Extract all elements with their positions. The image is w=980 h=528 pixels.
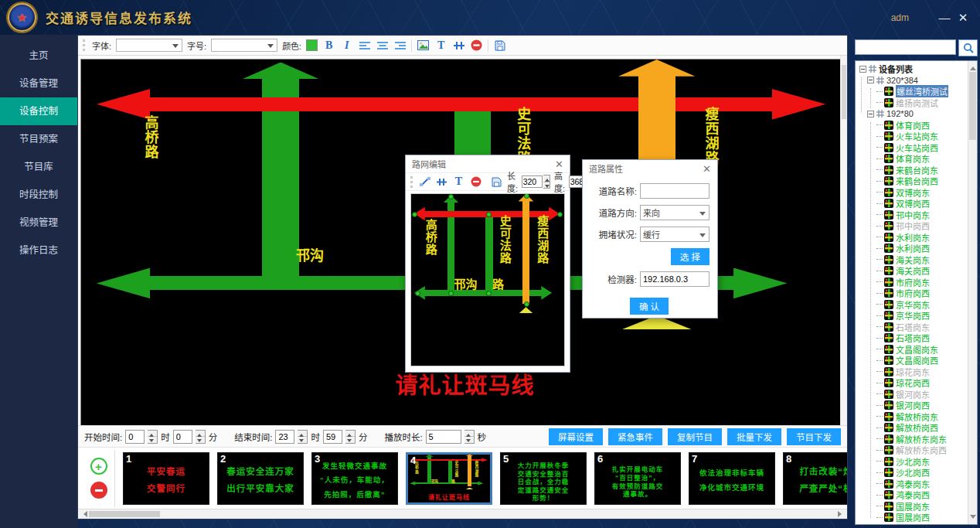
scrollbar-thumb[interactable] xyxy=(969,72,976,140)
tree-node-device[interactable]: 市府岗东 xyxy=(858,277,968,288)
tree-node-device[interactable]: 体育岗东 xyxy=(858,153,968,165)
save-icon[interactable] xyxy=(490,175,503,189)
tree-node-device[interactable]: 国展岗东 xyxy=(858,501,968,513)
search-button[interactable] xyxy=(958,39,978,56)
tree-node-device[interactable]: 维扬岗测试 xyxy=(858,97,968,109)
tree-node-device[interactable]: 螺丝湾桥测试 xyxy=(858,86,968,97)
duration-input[interactable] xyxy=(426,430,461,444)
text-icon[interactable]: T xyxy=(434,39,447,53)
tree-node-device[interactable]: 海关岗西 xyxy=(858,265,968,277)
tree-node-device[interactable]: 邗中岗东 xyxy=(858,209,968,221)
confirm-button[interactable]: 确 认 xyxy=(630,298,669,315)
action-button[interactable]: 批量下发 xyxy=(727,428,781,445)
action-button[interactable]: 节目下发 xyxy=(787,428,841,445)
congestion-select[interactable]: 缓行 xyxy=(640,227,709,242)
minimize-button[interactable]: — xyxy=(935,0,954,35)
tree-node-device[interactable]: 解放桥东岗西 xyxy=(858,445,968,456)
sidebar-item-8[interactable]: 操作日志 xyxy=(0,237,77,264)
tree-node-device[interactable]: 银河岗西 xyxy=(858,400,968,411)
tree-node-device[interactable]: 银河岗东 xyxy=(858,389,968,400)
roadnet-canvas[interactable]: 高桥路史可法路瘦西湖路邗沟路 xyxy=(410,193,565,366)
scroll-left-icon[interactable] xyxy=(80,511,87,517)
tree-node-device[interactable]: 火车站岗东 xyxy=(858,131,968,142)
start-hour-input[interactable] xyxy=(125,430,145,444)
tree-group[interactable]: 192*80 xyxy=(858,108,968,120)
playlist-item-6[interactable]: 扎实开展电动车“百日整治”，有效预防道路交通事故。6 xyxy=(594,452,681,505)
tree-node-device[interactable]: 文昌阁岗东 xyxy=(858,344,968,356)
roadnet-close-icon[interactable]: ✕ xyxy=(555,158,563,170)
action-button[interactable]: 屏幕设置 xyxy=(549,428,603,445)
tree-node-device[interactable]: 鸿泰岗东 xyxy=(858,479,968,490)
length-stepper[interactable] xyxy=(543,175,550,189)
tree-node-device[interactable]: 石塔岗西 xyxy=(858,332,968,344)
select-detector-button[interactable]: 选 择 xyxy=(671,248,709,265)
align-left-icon[interactable] xyxy=(358,39,371,53)
tree-node-device[interactable]: 海关岗东 xyxy=(858,254,968,266)
color-swatch[interactable] xyxy=(306,39,318,51)
scrollbar-thumb[interactable] xyxy=(89,511,160,517)
playlist-item-3[interactable]: 发生轻微交通事故“人未伤，车能动，先拍照，后撤离”3 xyxy=(311,452,398,505)
roadprops-close-icon[interactable]: ✕ xyxy=(703,163,711,175)
tree-node-device[interactable]: 解放桥东岗东 xyxy=(858,434,968,445)
collapse-icon[interactable] xyxy=(867,77,874,83)
search-input[interactable] xyxy=(855,39,956,55)
start-hour-stepper[interactable] xyxy=(148,430,158,444)
tree-node-device[interactable]: 沙北岗西 xyxy=(858,467,968,479)
playlist-item-7[interactable]: 依法治理非标车辆净化城市交通环境7 xyxy=(689,452,775,505)
image-icon[interactable] xyxy=(417,39,430,53)
sidebar-item-1[interactable]: 主页 xyxy=(0,42,77,70)
action-button[interactable]: 复制节目 xyxy=(668,428,722,445)
playlist-item-8[interactable]: 打击改装“炸严查严处“机8 xyxy=(783,452,847,505)
duration-stepper[interactable] xyxy=(464,430,475,444)
start-minute-input[interactable] xyxy=(173,430,192,444)
tree-node-device[interactable]: 京华岗西 xyxy=(858,310,968,322)
close-button[interactable]: ✕ xyxy=(954,0,972,35)
canvas-vertical-scrollbar[interactable] xyxy=(840,56,847,425)
tree-node-device[interactable]: 水利岗西 xyxy=(858,243,968,254)
tree-node-device[interactable]: 体育岗西 xyxy=(858,120,968,131)
tree-node-device[interactable]: 解放桥岗东 xyxy=(858,411,968,423)
tree-node-device[interactable]: 琼花岗西 xyxy=(858,377,968,389)
align-right-icon[interactable] xyxy=(393,39,407,53)
sidebar-item-4[interactable]: 节目预案 xyxy=(0,125,77,153)
scroll-down-icon[interactable] xyxy=(970,515,976,522)
add-program-button[interactable]: + xyxy=(90,458,107,475)
bold-icon[interactable]: B xyxy=(322,39,335,53)
tree-node-device[interactable]: 水利岗东 xyxy=(858,232,968,244)
playlist-item-5[interactable]: 大力开展秋冬季交通安全整治百日会战，全力稳定道路交通安全形势！5 xyxy=(500,452,587,505)
tree-node-device[interactable]: 石塔岗东 xyxy=(858,322,968,333)
size-combo[interactable] xyxy=(211,39,277,52)
tree-node-device[interactable]: 国展岗西 xyxy=(858,512,968,523)
line-tool-icon[interactable] xyxy=(418,175,431,189)
tree-root[interactable]: 设备列表 xyxy=(858,63,968,75)
tree-node-device[interactable]: 京华岗东 xyxy=(858,299,968,311)
collapse-icon[interactable] xyxy=(859,66,866,73)
road-name-input[interactable] xyxy=(640,183,709,199)
scroll-right-icon[interactable] xyxy=(838,511,845,517)
end-minute-stepper[interactable] xyxy=(345,430,356,444)
road-crossing-icon[interactable] xyxy=(435,175,448,189)
tree-node-device[interactable]: 双博岗东 xyxy=(858,187,968,199)
sidebar-item-5[interactable]: 节目库 xyxy=(0,153,77,181)
sidebar-item-7[interactable]: 视频管理 xyxy=(0,209,77,237)
save-icon[interactable] xyxy=(493,39,506,53)
road-crossing-icon[interactable] xyxy=(452,39,465,53)
tree-node-device[interactable]: 解放桥岗西 xyxy=(858,422,968,434)
text-icon[interactable]: T xyxy=(452,175,465,189)
end-minute-input[interactable] xyxy=(323,430,342,444)
tree-node-device[interactable]: 琼花岗东 xyxy=(858,366,968,378)
playlist-item-4[interactable]: 高桥路史可法路瘦西湖路邗沟路请礼让斑马线4 xyxy=(406,452,492,505)
road-direction-select[interactable]: 来向 xyxy=(640,205,709,220)
tree-node-device[interactable]: 鸿泰岗西 xyxy=(858,489,968,501)
playlist-item-1[interactable]: 平安春运交警同行1 xyxy=(123,452,209,505)
action-button[interactable]: 紧急事件 xyxy=(608,428,662,445)
tree-node-device[interactable]: 文昌阁岗西 xyxy=(858,355,968,366)
end-hour-stepper[interactable] xyxy=(298,430,308,444)
delete-icon[interactable] xyxy=(469,175,482,189)
tree-vertical-scrollbar[interactable] xyxy=(968,61,977,524)
tree-node-device[interactable]: 火车站岗西 xyxy=(858,142,968,154)
tree-node-device[interactable]: 来鹤台岗东 xyxy=(858,165,968,176)
sidebar-item-6[interactable]: 时段控制 xyxy=(0,181,77,209)
delete-icon[interactable] xyxy=(470,39,483,53)
detector-input[interactable] xyxy=(640,271,709,287)
